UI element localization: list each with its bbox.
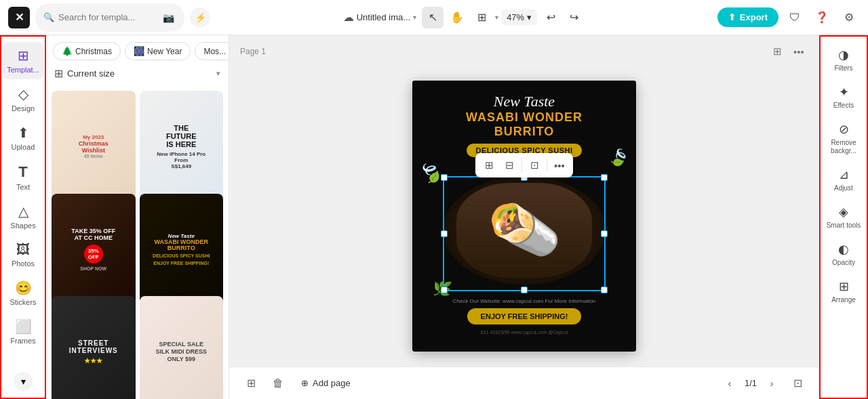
- logo-button[interactable]: ✕: [8, 7, 30, 28]
- delete-page-button[interactable]: 🗑: [267, 373, 289, 394]
- poster-cta: ENJOY FREE SHIPPING!: [467, 308, 582, 324]
- hand-tool-button[interactable]: ✋: [446, 7, 468, 28]
- poster-subtitle-line1: WASABI WONDER: [466, 110, 583, 125]
- zoom-level: 47%: [507, 12, 524, 22]
- sidebar-item-text[interactable]: T Text: [3, 158, 43, 196]
- cloud-icon: ☁: [343, 11, 354, 24]
- right-item-opacity[interactable]: ◐ Opacity: [822, 236, 865, 272]
- tag-most-label: Mos...: [203, 47, 226, 56]
- settings-button[interactable]: ⚙: [838, 7, 860, 28]
- templates-grid: My 2023 ChristmasWishlist 45 items THEFU…: [46, 87, 229, 399]
- template-card-overlay: TAKE 35% OFFAT CC HOME 35%OFF SHOP NOW: [52, 194, 136, 306]
- right-item-adjust[interactable]: ⊿ Adjust: [822, 162, 865, 198]
- layout-tool-button[interactable]: ⊞: [471, 7, 492, 28]
- sidebar-label-templates: Templat...: [7, 66, 39, 74]
- layout-arrow-icon: ▾: [495, 14, 498, 21]
- sidebar-item-frames[interactable]: ⬜ Frames: [3, 313, 43, 350]
- page-number: 1/1: [745, 378, 757, 388]
- tag-row: 🌲 Christmas 🎆 New Year Mos...: [46, 35, 229, 60]
- right-item-arrange[interactable]: ⊞ Arrange: [822, 274, 865, 310]
- sidebar-collapse-button[interactable]: ▾: [14, 372, 33, 391]
- redo-button[interactable]: ↪: [563, 7, 585, 28]
- right-item-remove-bg[interactable]: ⊘ Remove backgr...: [822, 117, 865, 161]
- template-card[interactable]: TAKE 35% OFFAT CC HOME 35%OFF SHOP NOW: [52, 194, 136, 306]
- poster-image-container[interactable]: 🌯: [443, 176, 606, 291]
- template-card[interactable]: STREETINTERVIEWS ★★★: [52, 296, 136, 399]
- camera-button[interactable]: 📷: [161, 7, 176, 28]
- tag-most[interactable]: Mos...: [195, 42, 229, 60]
- page-more-button[interactable]: •••: [789, 42, 808, 61]
- float-tool-3[interactable]: ⊡: [525, 156, 544, 175]
- template-card-overlay: New Taste WASABI WONDERBURRITO DELICIOUS…: [140, 194, 224, 306]
- new-year-emoji: 🎆: [134, 46, 144, 56]
- float-tool-2[interactable]: ⊟: [500, 156, 519, 175]
- food-inner: 🌯: [456, 183, 592, 278]
- effects-label: Effects: [833, 102, 854, 110]
- template-card[interactable]: THEFUTUREIS HERE New iPhone 14 ProFromS$…: [140, 91, 224, 203]
- sidebar-icons: ⊞ Templat... ◇ Design ⬆ Upload T Text △ …: [0, 35, 46, 399]
- right-item-filters[interactable]: ◑ Filters: [822, 42, 865, 78]
- adjust-label: Adjust: [834, 184, 853, 192]
- zoom-arrow-icon: ▾: [527, 12, 532, 22]
- export-button[interactable]: ⬆ Export: [717, 7, 778, 27]
- page-expand-button[interactable]: ⊞: [768, 42, 787, 61]
- poster-subtitle-line2: BURRITO: [494, 125, 555, 140]
- effects-icon: ✦: [839, 85, 849, 100]
- help-button[interactable]: ❓: [811, 7, 833, 28]
- dropdown-arrow-icon: ▾: [413, 14, 416, 21]
- sidebar-item-upload[interactable]: ⬆ Upload: [3, 119, 43, 156]
- filters-label: Filters: [834, 64, 852, 72]
- handle-bottom-center[interactable]: [521, 287, 528, 293]
- prev-page-button[interactable]: ‹: [720, 374, 739, 393]
- cursor-tool-button[interactable]: ↖: [422, 7, 443, 28]
- right-item-effects[interactable]: ✦ Effects: [822, 79, 865, 115]
- stickers-icon: 😊: [15, 280, 32, 296]
- float-more-button[interactable]: •••: [550, 156, 569, 175]
- filter-button[interactable]: ⚡: [190, 7, 210, 28]
- search-bar: 🔍 📷: [35, 3, 184, 32]
- sidebar-item-design[interactable]: ◇ Design: [3, 81, 43, 118]
- template-card[interactable]: New Taste WASABI WONDERBURRITO DELICIOUS…: [140, 194, 224, 306]
- current-size-bar[interactable]: ⊞ Current size ▾: [46, 60, 229, 87]
- float-tool-1[interactable]: ⊞: [479, 156, 498, 175]
- arrange-icon: ⊞: [839, 279, 849, 294]
- leaf-right-icon: 🍃: [606, 145, 632, 170]
- sidebar-label-design: Design: [12, 104, 35, 112]
- top-bar-right: ⬆ Export 🛡 ❓ ⚙: [717, 7, 860, 28]
- right-item-smart-tools[interactable]: ◈ Smart tools: [822, 199, 865, 235]
- float-toolbar: ⊞ ⊟ ⊡ •••: [475, 153, 573, 177]
- file-info[interactable]: ☁ Untitled ima... ▾: [343, 11, 416, 24]
- handle-bottom-right[interactable]: [601, 287, 608, 293]
- template-card[interactable]: My 2023 ChristmasWishlist 45 items: [52, 91, 136, 203]
- burrito-emoji: 🌯: [484, 191, 566, 270]
- food-plate: 🌯: [443, 176, 606, 285]
- fullscreen-button[interactable]: ⊡: [787, 373, 808, 394]
- bottom-bar: ⊞ 🗑 ⊕ Add page ‹ 1/1 › ⊡: [229, 366, 819, 399]
- sidebar-item-photos[interactable]: 🖼 Photos: [3, 236, 43, 273]
- adjust-icon: ⊿: [839, 167, 849, 182]
- canvas-card[interactable]: 🍃 🍃 🌿 New Taste WASABI WONDER BURRITO DE…: [412, 81, 636, 352]
- add-icon: ⊕: [301, 378, 309, 388]
- tag-new-year[interactable]: 🎆 New Year: [125, 42, 191, 60]
- sidebar-item-stickers[interactable]: 😊 Stickers: [3, 274, 43, 312]
- add-page-button[interactable]: ⊕ Add page: [294, 374, 357, 392]
- resize-icon: ⊞: [54, 67, 63, 80]
- template-card-overlay: STREETINTERVIEWS ★★★: [52, 296, 136, 399]
- undo-button[interactable]: ↩: [540, 7, 561, 28]
- file-name: Untitled ima...: [357, 12, 410, 22]
- shield-button[interactable]: 🛡: [784, 7, 806, 28]
- handle-top-right[interactable]: [601, 174, 608, 181]
- sidebar-item-shapes[interactable]: △ Shapes: [3, 198, 43, 235]
- design-icon: ◇: [18, 86, 28, 102]
- opacity-icon: ◐: [838, 242, 849, 257]
- zoom-button[interactable]: 47% ▾: [501, 9, 537, 25]
- right-panel: ◑ Filters ✦ Effects ⊘ Remove backgr... ⊿…: [819, 35, 868, 399]
- tag-christmas[interactable]: 🌲 Christmas: [53, 42, 121, 60]
- search-input[interactable]: [58, 12, 157, 22]
- next-page-button[interactable]: ›: [762, 374, 781, 393]
- template-card[interactable]: SPECIAL SALESILK MIDI DRESSONLY $99: [140, 296, 224, 399]
- sidebar-item-templates[interactable]: ⊞ Templat...: [3, 42, 43, 79]
- copy-page-button[interactable]: ⊞: [240, 373, 262, 394]
- smart-tools-label: Smart tools: [827, 222, 861, 230]
- export-label: Export: [740, 12, 768, 22]
